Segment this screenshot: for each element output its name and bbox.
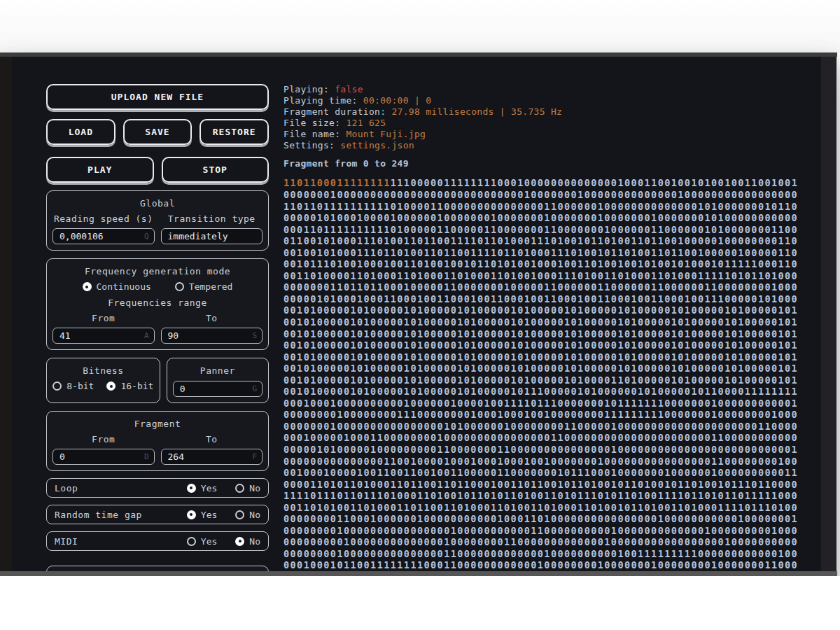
bitness-panel: Bitness 8-bit 16-bit <box>46 358 160 403</box>
play-button[interactable]: PLAY <box>46 157 154 183</box>
loop-yes-option[interactable]: Yes <box>187 483 217 493</box>
scrollbar-track[interactable] <box>821 57 837 571</box>
bitness-panel-title: Bitness <box>52 365 154 376</box>
tempered-radio-label: Tempered <box>189 281 233 292</box>
window-left-bezel <box>0 57 12 571</box>
binary-line: 0001101111111111010000011000001100000001… <box>284 224 820 236</box>
fragment-range-heading: Fragment from 0 to 249 <box>284 158 820 169</box>
panner-input[interactable]: 0 G <box>173 381 262 397</box>
panner-panel-title: Panner <box>173 365 262 376</box>
loop-toggle-row: Loop Yes No <box>46 478 269 498</box>
binary-line: 0000000000000001100100001000100010001001… <box>284 456 820 468</box>
binary-line: 0010001000010011001100100110000011000000… <box>284 467 820 479</box>
global-panel: Global Reading speed (s) 0,000106 Q Tran… <box>46 190 269 251</box>
fragment-to-value: 264 <box>168 451 184 462</box>
binary-line: 0000110101101000110110011011000100110110… <box>284 479 820 491</box>
panner-value: 0 <box>180 384 186 394</box>
random-time-gap-no-option[interactable]: No <box>235 510 260 520</box>
fragment-to-input[interactable]: 264 F <box>161 449 263 465</box>
fragment-from-value: 0 <box>59 451 65 462</box>
loop-no-option[interactable]: No <box>235 483 260 493</box>
load-button[interactable]: LOAD <box>46 119 115 145</box>
frequency-to-input[interactable]: 90 S <box>161 328 263 344</box>
frequency-from-input[interactable]: 41 A <box>52 328 155 344</box>
binary-line: 0010100000101000001010000010100000101110… <box>284 386 820 398</box>
random-time-gap-yes-label: Yes <box>201 510 217 520</box>
binary-line: 0000000100000000000000000000000000001000… <box>284 189 820 201</box>
reading-speed-label: Reading speed (s) <box>52 214 155 224</box>
binary-line: 0010100000101000001010000010100000101000… <box>284 304 820 316</box>
load-save-restore-row: LOAD SAVE RESTORE <box>46 119 269 145</box>
random-time-gap-label: Random time gap <box>55 510 169 520</box>
binary-line: 0000000110110110001000001100000001000001… <box>284 281 820 293</box>
bitness-16bit-radio[interactable] <box>106 382 115 391</box>
binary-line: 0010111010010001001101001001011010100100… <box>284 258 820 270</box>
reading-speed-input[interactable]: 0,000106 Q <box>52 228 155 244</box>
binary-line: 0000000100000000000000001010000001000000… <box>284 421 820 433</box>
random-time-gap-no-radio[interactable] <box>235 510 244 519</box>
frequency-panel: Frequency generation mode Continuous Tem… <box>46 258 269 350</box>
frequencies-range-title: Frequencies range <box>52 298 262 308</box>
midi-yes-option[interactable]: Yes <box>187 536 217 547</box>
midi-no-option[interactable]: No <box>235 536 260 547</box>
continuous-radio[interactable] <box>83 282 92 291</box>
bitness-8bit-option[interactable]: 8-bit <box>52 381 94 391</box>
frequency-to-label: To <box>161 313 263 323</box>
loop-no-radio[interactable] <box>235 484 244 493</box>
binary-line: 0010100000101000001010000010100000101000… <box>284 316 820 328</box>
panner-panel: Panner 0 G <box>167 358 269 403</box>
midi-label: MIDI <box>55 536 169 547</box>
transition-type-value: immediately <box>168 231 228 241</box>
binary-line: 0000010100000100000000011000000011000000… <box>284 444 820 456</box>
tempered-radio-option[interactable]: Tempered <box>175 281 233 292</box>
midi-no-radio[interactable] <box>235 537 244 546</box>
tempered-radio[interactable] <box>175 282 184 291</box>
binary-line: 0001000100000000001000000100001001111011… <box>284 398 820 410</box>
fragment-from-label: From <box>52 434 155 444</box>
binary-line: 0010100000101000001010000010100000101000… <box>284 374 820 386</box>
bitness-16bit-label: 16-bit <box>120 381 153 391</box>
play-stop-row: PLAY STOP <box>46 157 269 183</box>
fragment-to-label: To <box>161 434 263 444</box>
binary-line: 0001000101100111111110001100000000000010… <box>284 559 820 571</box>
status-line: File name: Mount Fuji.jpg <box>284 129 820 140</box>
bitness-16bit-option[interactable]: 16-bit <box>106 381 153 391</box>
random-time-gap-toggle-row: Random time gap Yes No <box>46 505 269 524</box>
frequency-from-hotkey-hint: A <box>144 331 149 340</box>
oscillator-panel: Oscillator Gain 0 W Wave type sine <box>46 566 269 571</box>
reading-speed-hotkey-hint: Q <box>144 232 149 241</box>
random-time-gap-yes-option[interactable]: Yes <box>187 510 217 520</box>
save-button[interactable]: SAVE <box>123 119 192 145</box>
fragment-from-input[interactable]: 0 D <box>52 449 155 465</box>
frequency-to-hotkey-hint: S <box>252 331 257 340</box>
page-background-top <box>0 0 840 52</box>
upload-new-file-button[interactable]: UPLOAD NEW FILE <box>46 84 269 110</box>
global-panel-title: Global <box>52 198 262 209</box>
binary-line: 0010100000101000001010000010100000101000… <box>284 340 820 351</box>
bitness-8bit-radio[interactable] <box>52 382 62 391</box>
loop-yes-radio[interactable] <box>187 484 196 493</box>
app-content: UPLOAD NEW FILE LOAD SAVE RESTORE PLAY S… <box>12 57 820 571</box>
transition-type-input[interactable]: immediately <box>161 228 263 244</box>
midi-toggle-row: MIDI Yes No <box>46 531 269 551</box>
frequency-from-value: 41 <box>59 330 71 341</box>
midi-yes-radio[interactable] <box>187 537 196 546</box>
controls-sidebar: UPLOAD NEW FILE LOAD SAVE RESTORE PLAY S… <box>46 84 269 571</box>
continuous-radio-label: Continuous <box>97 281 151 292</box>
binary-line: 0000000010000000011100000000100010001001… <box>284 409 820 421</box>
binary-line: 1101100011111111111000001111111100010000… <box>284 177 820 189</box>
binary-data-view: 1101100011111111111000001111111100010000… <box>284 177 820 571</box>
binary-line: 1111011101101110100011010010110101101001… <box>284 490 820 502</box>
fragment-from-hotkey-hint: D <box>144 452 149 461</box>
panner-hotkey-hint: G <box>252 384 257 393</box>
transition-type-label: Transition type <box>161 214 263 224</box>
stop-button[interactable]: STOP <box>162 157 270 183</box>
continuous-radio-option[interactable]: Continuous <box>83 281 151 292</box>
frequency-from-label: From <box>52 313 155 323</box>
binary-line: 0011010100110100011011001101000110100110… <box>284 502 820 514</box>
status-line: File size: 121 625 <box>284 118 820 129</box>
binary-line: 0011010000110100011010001101000110100100… <box>284 270 820 282</box>
restore-button[interactable]: RESTORE <box>200 119 269 145</box>
random-time-gap-yes-radio[interactable] <box>187 510 196 519</box>
status-line: Playing: false <box>284 84 820 95</box>
